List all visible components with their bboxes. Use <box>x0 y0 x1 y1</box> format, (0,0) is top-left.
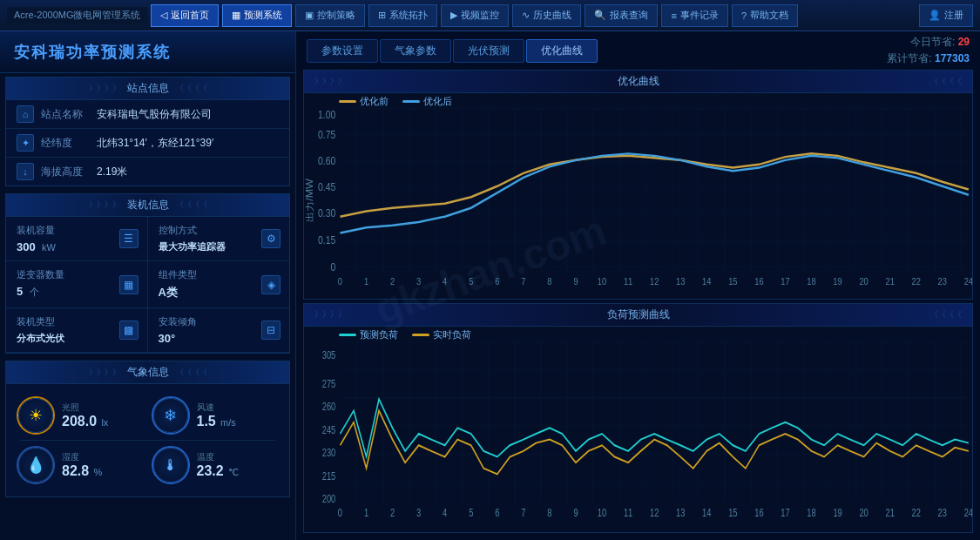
tab-pv-forecast[interactable]: 光伏预测 <box>453 39 524 63</box>
svg-text:16: 16 <box>754 507 763 518</box>
svg-text:15: 15 <box>728 507 737 518</box>
legend-before-color <box>339 100 356 103</box>
optimize-legend: 优化前 优化后 <box>304 93 972 108</box>
svg-rect-0 <box>340 108 967 271</box>
svg-text:305: 305 <box>322 349 336 361</box>
temperature-cell: 🌡 温度 23.2 ℃ <box>148 441 283 489</box>
svg-text:5: 5 <box>469 276 473 287</box>
report-icon: 🔍 <box>594 10 606 21</box>
svg-text:23: 23 <box>938 507 947 518</box>
svg-text:4: 4 <box>443 507 447 518</box>
svg-text:13: 13 <box>676 507 685 518</box>
nav-control-button[interactable]: ▣ 控制策略 <box>295 4 365 27</box>
svg-text:12: 12 <box>650 507 659 518</box>
weather-info-section: 气象信息 ☀ 光照 208.0 lx ❄ 风速 <box>5 361 290 497</box>
svg-text:0: 0 <box>331 261 336 273</box>
tab-params[interactable]: 参数设置 <box>307 39 378 63</box>
tilt-icon: ⊟ <box>261 321 280 340</box>
station-section-header: 站点信息 <box>6 78 289 100</box>
svg-text:15: 15 <box>728 276 738 287</box>
load-right-arrows: 《《《《 <box>930 309 962 321</box>
svg-text:245: 245 <box>322 424 336 435</box>
nav-history-button[interactable]: ∿ 历史曲线 <box>512 4 581 27</box>
capacity-cell: 装机容量 300 kW ☰ <box>6 217 148 261</box>
svg-text:16: 16 <box>754 276 764 287</box>
user-button[interactable]: 👤 注册 <box>919 4 973 27</box>
topology-icon: ⊞ <box>378 10 386 21</box>
tilt-angle-cell: 安装倾角 30° ⊟ <box>148 308 290 353</box>
svg-text:0.15: 0.15 <box>318 234 335 246</box>
optimize-chart-header: 》》》》 优化曲线 《《《《 <box>304 71 972 93</box>
svg-text:14: 14 <box>702 507 711 518</box>
tab-optimize-curve[interactable]: 优化曲线 <box>526 39 598 63</box>
light-icon: ☀ <box>17 396 55 435</box>
component-type-cell: 组件类型 A类 ◈ <box>148 261 290 308</box>
legend-forecast-color <box>339 334 356 336</box>
svg-text:260: 260 <box>322 401 336 412</box>
tab-bar: 参数设置 气象参数 光伏预测 优化曲线 <box>307 39 598 63</box>
legend-before: 优化前 <box>339 95 389 108</box>
history-icon: ∿ <box>522 10 530 21</box>
svg-text:6: 6 <box>495 276 499 287</box>
device-section-header: 装机信息 <box>6 194 289 217</box>
control-mode-cell: 控制方式 最大功率追踪器 ⚙ <box>148 217 290 261</box>
nav-report-button[interactable]: 🔍 报表查询 <box>585 4 658 27</box>
light-cell: ☀ 光照 208.0 lx <box>13 391 148 440</box>
right-arrows: 《《《《 <box>930 76 962 87</box>
nav-video-button[interactable]: ▶ 视频监控 <box>441 4 509 27</box>
legend-after: 优化后 <box>402 95 452 108</box>
nav-events-button[interactable]: ≡ 事件记录 <box>661 4 727 27</box>
load-left-arrows: 》》》》 <box>314 309 346 321</box>
svg-text:19: 19 <box>833 276 842 287</box>
svg-text:9: 9 <box>573 507 578 518</box>
humidity-cell: 💧 湿度 82.8 % <box>13 441 148 489</box>
device-grid: 装机容量 300 kW ☰ 控制方式 最大功率追踪器 ⚙ 逆变器数量 <box>6 217 289 353</box>
window-title: Acre-2000MG微电网管理系统 <box>7 7 147 24</box>
nav-topology-button[interactable]: ⊞ 系统拓扑 <box>368 4 437 27</box>
altitude-row: ↓ 海拔高度 2.19米 <box>6 158 289 186</box>
left-panel: 安科瑞功率预测系统 站点信息 ⌂ 站点名称 安科瑞电气股份有限公司 ✦ 经纬度 … <box>0 31 296 540</box>
back-home-button[interactable]: ◁ 返回首页 <box>151 4 219 27</box>
nav-help-button[interactable]: ? 帮助文档 <box>732 4 798 27</box>
location-icon: ✦ <box>17 134 34 152</box>
svg-text:0.30: 0.30 <box>318 207 335 219</box>
svg-text:17: 17 <box>781 507 789 518</box>
svg-text:13: 13 <box>676 276 686 287</box>
svg-text:22: 22 <box>912 276 922 287</box>
svg-text:0.60: 0.60 <box>318 155 335 166</box>
load-chart-header: 》》》》 负荷预测曲线 《《《《 <box>304 304 972 327</box>
component-icon: ◈ <box>261 275 280 294</box>
charts-area: 》》》》 优化曲线 《《《《 优化前 优化后 <box>296 66 980 540</box>
svg-text:10: 10 <box>598 276 607 287</box>
svg-text:19: 19 <box>833 507 841 518</box>
svg-text:18: 18 <box>807 507 815 518</box>
svg-text:21: 21 <box>885 507 894 518</box>
control-icon: ▣ <box>305 10 314 21</box>
install-type-icon: ▩ <box>119 321 139 340</box>
svg-text:17: 17 <box>781 276 790 287</box>
top-navigation-bar: Acre-2000MG微电网管理系统 ◁ 返回首页 ▦ 预测系统 ▣ 控制策略 … <box>0 0 980 31</box>
svg-text:5: 5 <box>469 507 473 518</box>
nav-forecast-button[interactable]: ▦ 预测系统 <box>222 4 292 27</box>
svg-text:4: 4 <box>443 276 447 287</box>
svg-text:24: 24 <box>964 507 972 518</box>
system-title: 安科瑞功率预测系统 <box>0 31 295 73</box>
svg-text:21: 21 <box>885 276 895 287</box>
load-svg: 200 215 230 245 260 275 305 0 1 2 3 <box>304 341 972 526</box>
tab-weather-params[interactable]: 气象参数 <box>380 39 451 63</box>
svg-text:0: 0 <box>338 507 342 518</box>
svg-text:7: 7 <box>521 276 525 287</box>
svg-text:1: 1 <box>364 276 368 287</box>
events-icon: ≡ <box>671 10 676 21</box>
svg-text:0: 0 <box>338 276 342 287</box>
inverter-count-cell: 逆变器数量 5 个 ▦ <box>6 261 148 308</box>
legend-forecast-load: 预测负荷 <box>339 328 398 341</box>
coordinates-row: ✦ 经纬度 北纬31°14′，东经121°39′ <box>6 129 289 158</box>
legend-realtime-color <box>412 334 429 336</box>
svg-text:出力/MW: 出力/MW <box>305 179 314 222</box>
svg-text:275: 275 <box>322 378 336 389</box>
weather-grid: ☀ 光照 208.0 lx ❄ 风速 1.5 <box>6 384 289 496</box>
svg-text:215: 215 <box>322 470 336 482</box>
svg-text:9: 9 <box>573 276 578 287</box>
weather-section-header: 气象信息 <box>6 361 289 384</box>
